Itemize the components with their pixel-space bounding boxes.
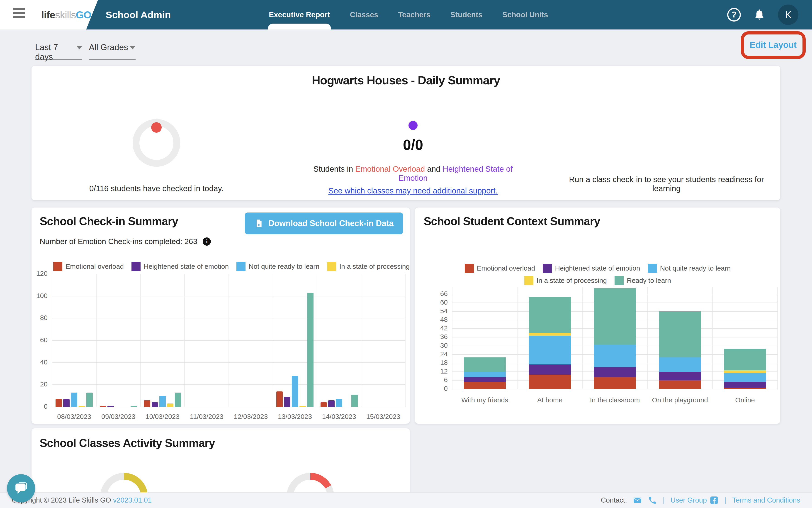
context-stacked-chart: 0612182430364248546066With my friendsAt … <box>415 208 780 424</box>
segment-ready-to-learn <box>529 297 571 333</box>
separator: | <box>663 496 665 504</box>
gridline <box>52 274 405 274</box>
bar-not-quite-ready-to-learn <box>160 396 166 407</box>
tab-label: School Units <box>502 10 548 19</box>
y-axis-tick-label: 66 <box>429 290 448 298</box>
edit-layout-button[interactable]: Edit Layout <box>745 34 802 56</box>
checkin-progress-donut <box>133 119 180 167</box>
user-group-link[interactable]: User Group <box>671 496 719 505</box>
bar-in-a-state-of-processing <box>300 406 306 407</box>
user-avatar[interactable]: K <box>778 5 798 25</box>
x-axis-label: 10/03/2023 <box>141 413 185 420</box>
bar-in-a-state-of-processing <box>79 406 85 407</box>
support-link[interactable]: See which classes may need additional su… <box>300 186 526 195</box>
y-axis-tick-label: 24 <box>429 350 448 358</box>
terms-label: Terms and Conditions <box>732 496 800 504</box>
bar-heightened-state-of-emotion <box>152 402 158 407</box>
y-axis-tick-label: 54 <box>429 307 448 315</box>
bar-ready-to-learn <box>351 394 358 407</box>
bar-ready-to-learn <box>175 392 181 407</box>
x-axis-label: With my friends <box>452 396 517 404</box>
version-link[interactable]: v2023.01.01 <box>113 496 152 504</box>
bar-ready-to-learn <box>307 293 314 407</box>
x-axis-label: 09/03/2023 <box>96 413 141 420</box>
copyright-text: Copyright © 2023 Life Skills GO v2023.01… <box>12 496 152 504</box>
y-axis-tick-label: 12 <box>429 368 448 375</box>
date-range-select[interactable]: Last 7 days <box>35 43 82 60</box>
y-axis-tick-label: 20 <box>29 380 48 388</box>
segment-heightened-state-of-emotion <box>659 372 701 380</box>
segment-not-quite-ready-to-learn <box>724 373 766 382</box>
bar-not-quite-ready-to-learn <box>71 392 77 407</box>
y-axis-tick-label: 120 <box>29 270 48 278</box>
bar-ready-to-learn <box>86 392 93 407</box>
segment-not-quite-ready-to-learn <box>529 336 571 365</box>
bar-heightened-state-of-emotion <box>107 406 114 407</box>
donut-marker-dot <box>151 122 162 133</box>
x-axis-label: On the playground <box>647 396 713 404</box>
chat-bubble-icon <box>14 481 28 495</box>
segment-not-quite-ready-to-learn <box>464 372 506 377</box>
tab-school-units[interactable]: School Units <box>502 0 548 30</box>
bar-not-quite-ready-to-learn <box>336 399 342 407</box>
segment-heightened-state-of-emotion <box>529 365 571 374</box>
email-icon[interactable] <box>633 496 642 505</box>
segment-in-a-state-of-processing <box>724 370 766 373</box>
tab-label: Executive Report <box>269 10 330 19</box>
page-title: School Admin <box>106 0 171 30</box>
phone-icon[interactable] <box>648 496 657 505</box>
tab-students[interactable]: Students <box>450 0 482 30</box>
daily-summary-card: Hogwarts Houses - Daily Summary 0/0 0/11… <box>32 66 780 200</box>
segment-emotional-overload <box>659 380 701 389</box>
gridline <box>52 363 405 363</box>
students-state-sentence: Students in Emotional Overload and Heigh… <box>300 164 526 182</box>
bar-emotional-overload <box>100 406 106 407</box>
terms-link[interactable]: Terms and Conditions <box>732 496 800 504</box>
date-range-value: Last 7 days <box>35 43 76 62</box>
classes-activity-title: School Classes Activity Summary <box>40 436 215 450</box>
facebook-icon <box>710 496 719 505</box>
grid-vline <box>712 287 713 389</box>
x-axis-label: 08/03/2023 <box>52 413 96 420</box>
grade-select[interactable]: All Grades <box>89 43 136 60</box>
segment-heightened-state-of-emotion <box>464 377 506 382</box>
navbar-actions: ? K <box>727 0 798 30</box>
grid-vline <box>647 287 648 389</box>
gridline <box>52 318 405 319</box>
bar-not-quite-ready-to-learn <box>292 376 298 407</box>
hamburger-menu-icon[interactable] <box>13 8 25 20</box>
checkin-summary-card: School Check-in Summary x Download Schoo… <box>32 208 410 424</box>
app-logo[interactable]: lifeskillsGO <box>41 9 91 21</box>
notifications-bell-icon[interactable] <box>753 8 766 21</box>
grid-vline <box>777 287 778 389</box>
overload-ratio: 0/0 <box>322 136 504 153</box>
segment-not-quite-ready-to-learn <box>594 344 636 368</box>
x-axis-label: 12/03/2023 <box>229 413 273 420</box>
x-axis-label: 15/03/2023 <box>361 413 405 420</box>
y-axis-tick-label: 80 <box>29 314 48 322</box>
top-navbar: lifeskillsGO School Admin Executive Repo… <box>0 0 812 30</box>
tab-executive-report[interactable]: Executive Report <box>269 0 330 30</box>
bar-emotional-overload <box>276 391 283 407</box>
segment-heightened-state-of-emotion <box>594 368 636 377</box>
segment-ready-to-learn <box>724 349 766 370</box>
logo-area: lifeskillsGO <box>0 0 98 30</box>
help-icon[interactable]: ? <box>727 8 741 22</box>
emotional-overload-text: Emotional Overload <box>355 164 425 173</box>
user-group-label: User Group <box>671 496 707 504</box>
bar-heightened-state-of-emotion <box>284 397 290 407</box>
grid-vline <box>582 287 583 389</box>
tab-label: Teachers <box>398 10 430 19</box>
x-axis-label: 13/03/2023 <box>273 413 317 420</box>
y-axis-tick-label: 42 <box>429 324 448 332</box>
tab-classes[interactable]: Classes <box>350 0 378 30</box>
contact-label: Contact: <box>601 496 627 504</box>
y-axis-tick-label: 60 <box>29 336 48 344</box>
gridline <box>52 296 405 296</box>
chat-widget-button[interactable] <box>7 474 35 502</box>
logo-life: life <box>41 9 55 20</box>
segment-not-quite-ready-to-learn <box>659 357 701 372</box>
tab-teachers[interactable]: Teachers <box>398 0 430 30</box>
bar-in-a-state-of-processing <box>167 404 173 407</box>
run-checkin-caption: Run a class check-in to see your student… <box>565 175 768 193</box>
